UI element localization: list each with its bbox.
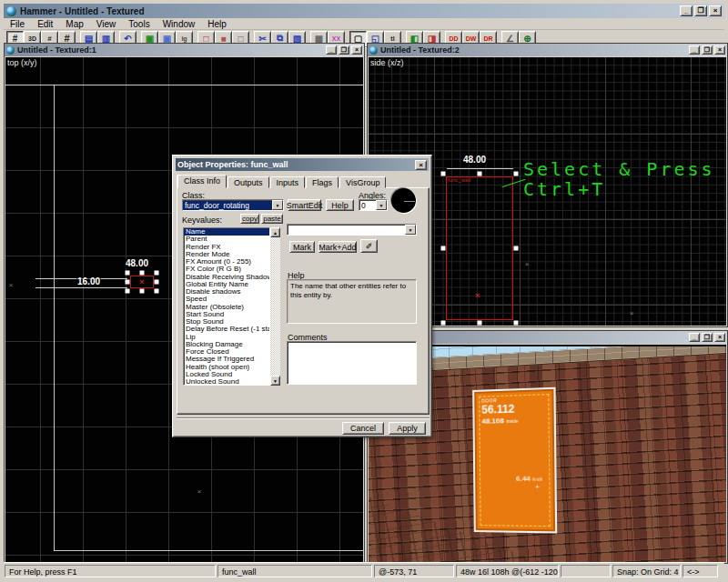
tab-outputs[interactable]: Outputs [228,176,269,188]
knob-unit: knob [532,477,542,482]
help-button[interactable]: Help [326,199,354,211]
door-width-label: 48.108 inside [481,416,518,425]
grid-marker: × [9,281,14,289]
selected-door-brush[interactable]: DOOR 56.112 48.108 inside 6.44 knob + [472,387,557,534]
major-grid-line [5,85,363,85]
class-combo[interactable]: func_door_rotating ▼ [182,199,284,211]
value-combo[interactable]: ▼ [287,224,417,236]
status-cursor-coords: @-573, 71 [374,565,454,577]
eyedropper-icon[interactable]: ✐ [360,239,378,253]
restore-button[interactable]: ❐ [339,45,349,55]
status-selection-size: 48w 16l 108h @(-612 -120 86) [456,565,559,577]
tab-visgroup[interactable]: VisGroup [339,176,386,188]
viewport-top-titlebar[interactable]: Untitled - Textured:1 _ ❐ × [5,44,364,56]
dialog-divider [177,417,430,419]
selection-handle[interactable] [441,172,446,176]
restore-button[interactable]: ❐ [694,5,707,16]
class-combo-value: func_door_rotating [183,201,272,210]
close-button[interactable]: × [714,333,725,342]
dimension-label-width: 48.00 [462,155,487,165]
menu-item-tools[interactable]: Tools [122,18,156,30]
tab-class-info[interactable]: Class Info [177,175,227,188]
minimize-button[interactable]: _ [680,5,693,16]
menu-item-edit[interactable]: Edit [31,18,59,30]
close-button[interactable]: × [714,45,725,55]
minimize-button[interactable]: _ [689,333,700,342]
selection-handle[interactable] [155,289,159,294]
menu-item-view[interactable]: View [90,18,123,30]
comments-textarea[interactable] [287,341,417,385]
apply-button[interactable]: Apply [389,422,426,435]
dialog-titlebar[interactable]: Object Properties: func_wall × [176,158,429,171]
scroll-up-icon[interactable]: ▲ [270,227,280,237]
scroll-down-icon[interactable]: ▼ [270,376,280,386]
dialog-title: Object Properties: func_wall [177,160,415,169]
menu-item-help[interactable]: Help [201,18,233,30]
mark-add-button[interactable]: Mark+Add [318,241,357,253]
selection-handle[interactable] [441,246,446,251]
copy-button[interactable]: copy [240,214,259,224]
chevron-down-icon[interactable]: ▼ [376,200,387,210]
door-width-value: 48.108 [481,416,504,426]
selection-handle[interactable] [126,271,130,276]
window-title: Hammer - Untitled - Textured [20,6,680,16]
close-icon[interactable]: × [415,160,427,170]
dimension-line [447,168,513,169]
selection-handle[interactable] [155,280,159,285]
keyvalue-item[interactable]: Delay Before Reset (-1 stay) [184,326,269,333]
selection-handle[interactable] [126,280,130,285]
annotation-line-1: Select & Press [523,159,715,179]
restore-button[interactable]: ❐ [702,45,713,55]
dimension-line [35,287,127,288]
angle-dial[interactable] [391,188,416,213]
menu-item-map[interactable]: Map [59,18,89,30]
status-empty [561,565,611,577]
major-grid-line [54,550,363,551]
paste-button[interactable]: paste [261,214,283,224]
menu-item-window[interactable]: Window [157,18,202,30]
hammer-logo-icon [369,46,378,55]
knob-value: 6.44 [516,475,531,483]
statusbar: For Help, press F1func_wall@-573, 7148w … [4,562,724,578]
selection-handle[interactable] [140,289,145,294]
dimension-label-length: 16.00 [76,276,101,286]
keyvalue-item[interactable]: Unlocked Sound [184,378,269,386]
chevron-down-icon[interactable]: ▼ [272,200,283,210]
view-type-label: top (x/y) [7,58,37,67]
tab-inputs[interactable]: Inputs [270,176,306,188]
close-button[interactable]: × [351,45,362,55]
selection-handle[interactable] [478,321,482,326]
keyvalues-scrollbar[interactable]: ▲ ▼ [270,227,280,386]
close-button[interactable]: × [709,5,722,16]
selection-handle[interactable] [478,172,482,176]
selection-handle[interactable] [514,246,519,251]
entity-classname-tag: func_wall [448,177,470,183]
selection-handle[interactable] [514,172,519,176]
viewport-side-titlebar[interactable]: Untitled - Textured:2 _ ❐ × [368,44,727,56]
selection-handle[interactable] [126,289,130,294]
cancel-button[interactable]: Cancel [342,422,384,435]
angles-combo[interactable]: 0 ▼ [359,199,388,211]
viewport-top-title: Untitled - Textured:1 [17,45,326,55]
restore-button[interactable]: ❐ [702,333,713,342]
selected-brush[interactable]: × [127,273,157,291]
dimension-label-width: 48.00 [125,258,149,268]
chevron-down-icon[interactable]: ▼ [405,225,416,235]
selected-brush[interactable]: func_wall × [443,174,516,323]
status-entity: func_wall [217,565,372,577]
dialog-tabs: Class InfoOutputsInputsFlagsVisGroup [177,175,387,188]
minimize-button[interactable]: _ [326,45,337,55]
selection-handle[interactable] [155,271,159,276]
smartedit-button[interactable]: SmartEdit [288,199,321,211]
selection-handle[interactable] [514,321,519,326]
tab-flags[interactable]: Flags [306,176,339,188]
status-help: For Help, press F1 [5,565,216,577]
minimize-button[interactable]: _ [689,45,700,55]
door-height-label: 56.112 [481,403,518,416]
mark-button[interactable]: Mark [289,241,315,253]
selection-handle[interactable] [140,271,145,276]
menu-item-file[interactable]: File [4,18,31,30]
selection-handle[interactable] [441,321,446,326]
keyvalues-listbox[interactable]: NameParentRender FXRender ModeFX Amount … [183,227,270,386]
keyvalues-label: Keyvalues: [182,216,222,225]
